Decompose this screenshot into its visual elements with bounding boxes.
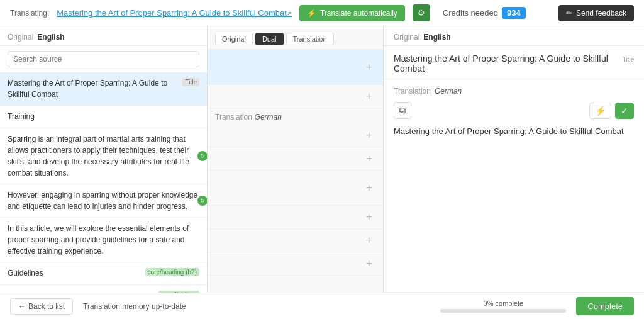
tab-translation[interactable]: Translation (286, 33, 334, 45)
translation-toolbar: ⧉ ⚡ ✓ (394, 102, 634, 119)
bolt-icon: ⚡ (307, 9, 316, 18)
feedback-button[interactable]: ✏ Send feedback (558, 5, 634, 21)
topbar: Translating: Mastering the Art of Proper… (0, 0, 644, 26)
original-title-text: Mastering the Art of Proper Sparring: A … (394, 53, 616, 74)
translation-section-header: Translation German (394, 87, 634, 96)
source-item[interactable]: In this article, we will explore the ess… (0, 218, 207, 262)
right-original-lang: English (423, 33, 450, 42)
source-badge: core/heading (h2) (145, 268, 199, 276)
credits-label: Credits needed (443, 8, 498, 18)
tab-dual[interactable]: Dual (255, 33, 284, 45)
source-item[interactable]: Sparring is an integral part of martial … (0, 128, 207, 184)
original-lang: English (37, 33, 64, 42)
right-original-label: Original (394, 33, 419, 42)
progress-text: 0% complete (484, 299, 524, 307)
translation-item[interactable]: + (208, 124, 383, 147)
add-translation-icon[interactable]: + (363, 129, 375, 142)
mid-panel: Original Dual Translation + + Translatio… (208, 26, 384, 319)
add-translation-icon[interactable]: + (363, 257, 375, 270)
source-text: Guidelines (8, 267, 143, 279)
translate-auto-button[interactable]: ⚡ Translate automatically (299, 5, 405, 21)
tab-original[interactable]: Original (215, 33, 253, 45)
copy-button[interactable]: ⧉ (394, 102, 411, 119)
mid-header: Original Dual Translation (208, 26, 383, 50)
confirm-button[interactable]: ✓ (615, 103, 634, 119)
doc-title-link[interactable]: Mastering the Art of Proper Sparring: A … (57, 8, 292, 18)
translation-item[interactable]: + (208, 85, 383, 108)
right-header: Original English (384, 26, 644, 46)
translation-item[interactable]: + (208, 252, 383, 276)
source-item[interactable]: Training (0, 106, 207, 128)
source-text: However, engaging in sparring without pr… (8, 189, 199, 212)
sync-connector (197, 151, 207, 161)
memory-status: Translation memory up-to-date (83, 302, 430, 311)
auto-translate-button[interactable]: ⚡ (589, 103, 611, 119)
settings-button[interactable]: ⚙ (413, 4, 430, 21)
pencil-icon: ✏ (566, 9, 572, 18)
translation-item[interactable]: + (208, 50, 383, 85)
translation-label-mid: Translation (215, 113, 252, 121)
right-panel: Original English Mastering the Art of Pr… (384, 26, 644, 319)
translation-item[interactable]: + (208, 206, 383, 229)
source-item[interactable]: Mastering the Art of Proper Sparring: A … (0, 72, 207, 106)
translation-section-label: Translation (394, 87, 431, 96)
translation-item[interactable]: + (208, 147, 383, 171)
add-translation-icon[interactable]: + (363, 152, 375, 165)
tab-group: Original Dual Translation (215, 33, 334, 45)
complete-button[interactable]: Complete (576, 297, 634, 315)
translation-item[interactable]: + (208, 171, 383, 206)
bolt-icon: ⚡ (595, 106, 606, 116)
add-translation-icon[interactable]: + (363, 234, 375, 247)
source-badge: Title (182, 78, 199, 86)
trans-section-label-row: Translation German (208, 108, 383, 124)
source-text: Sparring is an integral part of martial … (8, 133, 199, 179)
credits-count: 934 (502, 7, 526, 19)
source-text: Training (8, 111, 199, 122)
back-to-list-button[interactable]: ← Back to list (10, 298, 73, 315)
progress-section: 0% complete (440, 299, 566, 313)
check-icon: ✓ (621, 106, 628, 116)
search-input[interactable] (8, 51, 199, 67)
credits-section: Credits needed 934 (443, 7, 526, 19)
toolbar-right: ⚡ ✓ (589, 103, 634, 119)
left-header: Original English (0, 26, 207, 46)
progress-bar-container (440, 309, 566, 313)
add-translation-icon[interactable]: + (363, 182, 375, 194)
source-item[interactable]: However, engaging in sparring without pr… (0, 184, 207, 218)
add-translation-icon[interactable]: + (363, 90, 375, 103)
translation-list: + + Translation German + + (208, 50, 383, 319)
original-title-row: Mastering the Art of Proper Sparring: A … (384, 46, 644, 79)
translating-label: Translating: (10, 9, 49, 18)
arrow-left-icon: ← (18, 302, 26, 311)
copy-icon: ⧉ (399, 105, 406, 115)
bottom-bar: ← Back to list Translation memory up-to-… (0, 293, 644, 319)
translation-section-lang: German (435, 87, 462, 96)
source-list: Mastering the Art of Proper Sparring: A … (0, 72, 207, 319)
translation-lang-mid: German (255, 113, 282, 121)
main-layout: Original English Mastering the Art of Pr… (0, 26, 644, 319)
source-text: Mastering the Art of Proper Sparring: A … (8, 77, 180, 100)
original-label: Original (8, 33, 33, 42)
source-item[interactable]: Guidelines core/heading (h2) (0, 262, 207, 285)
sync-connector (197, 196, 207, 206)
add-translation-icon[interactable]: + (363, 211, 375, 223)
translation-item[interactable]: + (208, 229, 383, 252)
add-translation-icon[interactable]: + (363, 61, 375, 74)
right-translation-section: Translation German ⧉ ⚡ ✓ Mastering the A… (384, 79, 644, 292)
source-text: In this article, we will explore the ess… (8, 223, 199, 257)
title-badge: Title (622, 56, 634, 63)
gear-icon: ⚙ (418, 8, 425, 18)
translation-text: Mastering the Art of Proper Sparring: A … (394, 125, 634, 138)
left-panel: Original English Mastering the Art of Pr… (0, 26, 208, 319)
